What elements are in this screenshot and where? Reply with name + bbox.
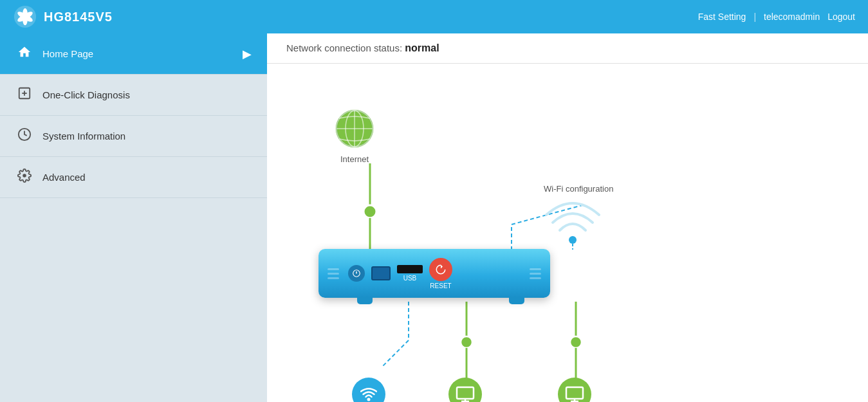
header-left: HG8145V5 — [13, 5, 113, 29]
fast-setting-link[interactable]: Fast Setting — [698, 12, 746, 22]
reset-label: RESET — [430, 282, 451, 289]
sidebar: Home Page ▶ One-Click Diagnosis System I… — [0, 33, 267, 402]
router-foot-right — [509, 297, 524, 304]
svg-point-31 — [569, 236, 577, 244]
router-feet — [344, 297, 537, 304]
router-grill-right — [530, 268, 541, 279]
brand-name: HG8145V5 — [44, 10, 113, 24]
main-content: Network connection status: normal — [267, 33, 868, 402]
logout-link[interactable]: Logout — [827, 12, 855, 22]
svg-point-13 — [364, 205, 376, 218]
svg-point-35 — [367, 398, 371, 401]
header: HG8145V5 Fast Setting | telecomadmin Log… — [0, 0, 868, 33]
advanced-icon — [15, 169, 33, 186]
wired-device-1-icon — [448, 378, 482, 402]
sidebar-item-advanced[interactable]: Advanced — [0, 157, 267, 198]
router-power-icon — [348, 265, 365, 282]
wifi-waves-icon — [544, 198, 602, 250]
router-reset-group[interactable]: RESET — [429, 258, 452, 289]
sidebar-label-home-page: Home Page — [42, 48, 93, 59]
huawei-logo-icon — [13, 5, 37, 29]
network-status-bar: Network connection status: normal — [267, 33, 868, 64]
wifi-config-area[interactable]: Wi-Fi configuration — [544, 183, 613, 250]
diagram: Internet Wi-Fi configuration — [267, 64, 868, 399]
wifi-config-label: Wi-Fi configuration — [544, 184, 613, 194]
bottom-wifi-device — [352, 378, 385, 402]
bottom-wired-device-2 — [558, 378, 591, 402]
svg-rect-39 — [566, 387, 583, 399]
wired-device-2-icon — [558, 378, 591, 402]
svg-point-11 — [23, 174, 26, 178]
username-label: telecomadmin — [764, 12, 820, 22]
bottom-wired-device-1 — [448, 378, 482, 402]
sidebar-item-system-info[interactable]: System Information — [0, 116, 267, 157]
sidebar-label-advanced: Advanced — [42, 172, 86, 183]
home-icon — [15, 45, 33, 62]
router-usb-group: USB — [397, 265, 423, 282]
layout: Home Page ▶ One-Click Diagnosis System I… — [0, 33, 868, 402]
sidebar-item-home-page[interactable]: Home Page ▶ — [0, 33, 267, 75]
router-reset-button[interactable] — [429, 258, 452, 281]
svg-rect-36 — [457, 387, 474, 399]
router-device: USB RESET — [319, 249, 550, 298]
header-right: Fast Setting | telecomadmin Logout — [698, 12, 855, 22]
wifi-device-icon — [352, 378, 385, 402]
globe-icon — [331, 105, 378, 152]
router-grill-left — [328, 268, 339, 279]
active-arrow-icon: ▶ — [243, 47, 252, 61]
network-status-value: normal — [405, 42, 439, 53]
svg-point-20 — [461, 336, 472, 348]
sidebar-label-diagnosis: One-Click Diagnosis — [42, 89, 130, 100]
diagnosis-icon — [15, 86, 33, 104]
svg-point-23 — [570, 336, 582, 348]
network-status-label: Network connection status: — [286, 42, 405, 53]
sidebar-item-diagnosis[interactable]: One-Click Diagnosis — [0, 75, 267, 116]
system-info-icon — [15, 127, 33, 145]
router-ethernet-port — [371, 266, 391, 280]
router-usb-slot — [397, 265, 423, 273]
internet-label: Internet — [340, 154, 369, 164]
router-foot-left — [357, 297, 373, 304]
sidebar-label-system-info: System Information — [42, 131, 125, 142]
usb-label: USB — [403, 275, 417, 282]
svg-line-18 — [383, 340, 409, 366]
internet-node: Internet — [331, 105, 378, 164]
header-divider: | — [753, 12, 756, 22]
